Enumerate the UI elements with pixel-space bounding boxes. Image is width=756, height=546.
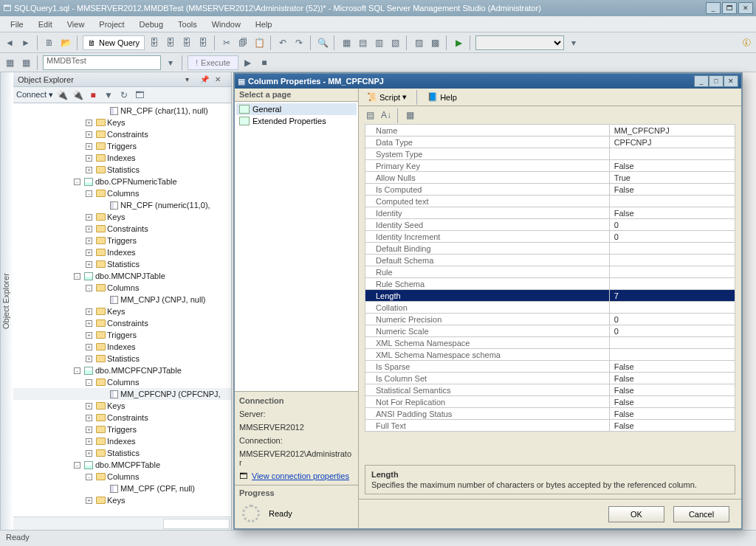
pin-icon[interactable]: 📌 [200, 75, 212, 83]
expand-toggle[interactable]: - [74, 367, 80, 374]
property-row[interactable]: Allow NullsTrue [365, 172, 735, 184]
minimize-button[interactable]: _ [706, 2, 721, 14]
oe-stop-icon[interactable]: ■ [86, 89, 100, 102]
db3-icon[interactable]: 🗄 [180, 36, 193, 49]
tree-node[interactable]: +Statistics [13, 447, 231, 459]
tree-node[interactable]: -dbo.MMCNPJTable [13, 270, 231, 282]
tree-node[interactable]: -Columns [13, 471, 231, 483]
dialog-minimize-button[interactable]: _ [694, 75, 709, 87]
property-row[interactable]: System Type [365, 148, 735, 160]
property-row[interactable]: Statistical SemanticsFalse [365, 384, 735, 396]
tree-node[interactable]: MM_CNPJ (CNPJ, null) [13, 294, 231, 305]
tree-node[interactable]: +Indexes [13, 435, 231, 447]
expand-toggle[interactable]: + [86, 308, 92, 315]
menu-window[interactable]: Window [206, 18, 247, 30]
expand-toggle[interactable]: + [86, 320, 92, 327]
properties-grid[interactable]: NameMM_CPFCNPJData TypeCPFCNPJSystem Typ… [365, 124, 735, 432]
tree-node[interactable]: MM_CPF (CPF, null) [13, 483, 231, 494]
tree-node[interactable]: +Statistics [13, 258, 231, 270]
expand-toggle[interactable]: - [74, 273, 80, 280]
expand-toggle[interactable]: + [86, 438, 92, 445]
view-connection-link[interactable]: View connection properties [252, 471, 349, 480]
oe-tool1-icon[interactable]: 🔌 [55, 89, 69, 102]
tool5-icon[interactable]: ▨ [412, 36, 425, 49]
tree-node[interactable]: +Triggers [13, 329, 231, 341]
grid-tool-icon[interactable]: ▦ [403, 108, 416, 122]
property-row[interactable]: Computed text [365, 196, 735, 207]
script-button[interactable]: 📜Script ▾ [363, 90, 410, 104]
property-row[interactable]: Not For ReplicationFalse [365, 396, 735, 408]
expand-toggle[interactable]: - [74, 179, 80, 185]
expand-toggle[interactable]: - [86, 379, 92, 386]
expand-toggle[interactable]: + [86, 415, 92, 421]
new-project-icon[interactable]: 🗎 [43, 36, 56, 49]
oe-tool3-icon[interactable]: 🗔 [133, 89, 146, 102]
dialog-maximize-button[interactable]: □ [709, 75, 724, 87]
oe-tool2-icon[interactable]: 🔌 [71, 89, 84, 102]
tree-node[interactable]: -dbo.MMCPFCNPJTable [13, 364, 231, 376]
menu-help[interactable]: Help [250, 18, 278, 30]
menu-tools[interactable]: Tools [172, 18, 203, 30]
forward-icon[interactable]: ► [19, 36, 32, 49]
property-row[interactable]: Rule [365, 266, 735, 278]
tree-node[interactable]: +Keys [13, 117, 231, 128]
combo-arrow-icon[interactable]: ▾ [164, 56, 177, 69]
tree-node[interactable]: MM_CPFCNPJ (CPFCNPJ, [13, 388, 231, 400]
open-icon[interactable]: 📂 [59, 36, 72, 49]
tree-node[interactable]: +Triggers [13, 235, 231, 246]
maximize-button[interactable]: 🗖 [722, 2, 737, 14]
property-row[interactable]: XML Schema Namespace [365, 337, 735, 349]
t2b-icon[interactable]: ▦ [19, 56, 32, 69]
expand-toggle[interactable]: + [86, 167, 92, 173]
redo-icon[interactable]: ↷ [292, 36, 306, 49]
expand-toggle[interactable]: - [74, 462, 80, 469]
object-tree[interactable]: NR_CPF (char(11), null)+Keys+Constraints… [13, 103, 231, 516]
expand-toggle[interactable]: + [86, 238, 92, 244]
tree-node[interactable]: +Indexes [13, 341, 231, 353]
expand-toggle[interactable]: - [86, 190, 92, 197]
database-combo[interactable]: MMDBTest [43, 55, 161, 70]
property-row[interactable]: Is SparseFalse [365, 361, 735, 373]
tool6-icon[interactable]: ▩ [428, 36, 441, 49]
expand-toggle[interactable]: + [86, 332, 92, 339]
undo-icon[interactable]: ↶ [276, 36, 289, 49]
expand-toggle[interactable]: + [86, 155, 92, 162]
cut-icon[interactable]: ✂ [220, 36, 233, 49]
page-general[interactable]: General [236, 103, 357, 115]
play-icon[interactable]: ▶ [452, 36, 465, 49]
property-row[interactable]: Primary KeyFalse [365, 160, 735, 172]
property-row[interactable]: Rule Schema [365, 278, 735, 290]
expand-toggle[interactable]: + [86, 403, 92, 410]
connect-button[interactable]: Connect ▾ [16, 90, 53, 100]
property-row[interactable]: Full TextFalse [365, 420, 735, 432]
property-row[interactable]: IdentityFalse [365, 207, 735, 219]
tree-node[interactable]: +Constraints [13, 128, 231, 140]
help-button[interactable]: 📘Help [424, 90, 461, 104]
config-combo[interactable] [475, 35, 564, 50]
tree-node[interactable]: NR_CPF (char(11), null) [13, 105, 231, 117]
property-row[interactable]: Is ComputedFalse [365, 184, 735, 196]
oe-refresh-icon[interactable]: ↻ [117, 89, 131, 102]
tool4-icon[interactable]: ▧ [388, 36, 402, 49]
tree-node[interactable]: +Keys [13, 211, 231, 223]
find-icon[interactable]: 🔍 [316, 36, 329, 49]
ok-button[interactable]: OK [608, 506, 664, 522]
property-row[interactable]: Data TypeCPFCNPJ [365, 136, 735, 148]
categorize-icon[interactable]: ▤ [363, 108, 377, 122]
tree-node[interactable]: +Constraints [13, 223, 231, 235]
cancel-button[interactable]: Cancel [673, 506, 729, 522]
menu-debug[interactable]: Debug [134, 18, 169, 30]
menu-edit[interactable]: Edit [32, 18, 58, 30]
copy-icon[interactable]: 🗐 [236, 36, 250, 49]
sort-icon[interactable]: A↓ [379, 108, 393, 122]
tree-node[interactable]: +Constraints [13, 317, 231, 329]
tree-node[interactable]: +Indexes [13, 246, 231, 258]
tool2-icon[interactable]: ▤ [356, 36, 369, 49]
expand-toggle[interactable]: - [86, 474, 92, 480]
tree-node[interactable]: -Columns [13, 282, 231, 294]
property-row[interactable]: Length7 [365, 290, 735, 302]
tree-node[interactable]: -Columns [13, 376, 231, 388]
menu-view[interactable]: View [61, 18, 91, 30]
tree-node[interactable]: +Triggers [13, 140, 231, 152]
help-icon[interactable]: 🛈 [740, 36, 753, 49]
